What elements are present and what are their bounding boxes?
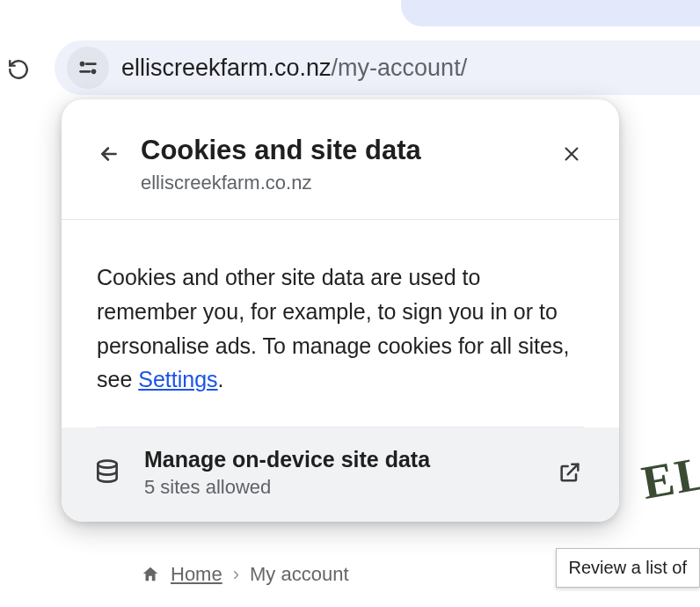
- tooltip: Review a list of: [556, 548, 701, 588]
- close-button[interactable]: [556, 138, 587, 170]
- manage-site-data-row[interactable]: Manage on-device site data 5 sites allow…: [62, 428, 619, 522]
- settings-link[interactable]: Settings: [138, 367, 217, 391]
- breadcrumb-separator: ›: [233, 563, 239, 586]
- tab-strip-fragment: [401, 0, 700, 26]
- svg-rect-3: [79, 70, 91, 73]
- svg-point-2: [91, 69, 97, 75]
- url-text: elliscreekfarm.co.nz/my-account/: [121, 55, 467, 82]
- svg-point-0: [80, 62, 85, 67]
- dialog-subtitle: elliscreekfarm.co.nz: [141, 172, 545, 194]
- tune-icon: [77, 59, 99, 77]
- site-data-dialog: Cookies and site data elliscreekfarm.co.…: [62, 99, 619, 522]
- svg-rect-1: [85, 62, 97, 65]
- url-domain: elliscreekfarm.co.nz: [121, 55, 332, 81]
- manage-site-data-title: Manage on-device site data: [144, 447, 558, 472]
- url-path: /my-account/: [332, 55, 468, 81]
- arrow-left-icon: [98, 143, 120, 165]
- address-bar[interactable]: elliscreekfarm.co.nz/my-account/: [55, 40, 700, 95]
- close-icon: [562, 144, 581, 164]
- open-external-icon: [558, 460, 584, 486]
- breadcrumb: Home › My account: [141, 563, 349, 586]
- svg-point-4: [98, 460, 116, 467]
- breadcrumb-home-link[interactable]: Home: [171, 563, 222, 586]
- dialog-body: Cookies and other site data are used to …: [62, 220, 619, 427]
- breadcrumb-current: My account: [250, 563, 349, 586]
- home-icon: [141, 565, 160, 584]
- manage-site-data-subtitle: 5 sites allowed: [144, 476, 558, 499]
- reload-button[interactable]: [4, 55, 33, 84]
- dialog-body-after: .: [218, 367, 224, 391]
- back-button[interactable]: [93, 138, 125, 170]
- database-icon: [93, 458, 123, 488]
- dialog-header: Cookies and site data elliscreekfarm.co.…: [62, 99, 619, 219]
- dialog-title: Cookies and site data: [141, 135, 545, 166]
- site-info-button[interactable]: [67, 47, 109, 89]
- site-logo-fragment: EL: [638, 445, 700, 510]
